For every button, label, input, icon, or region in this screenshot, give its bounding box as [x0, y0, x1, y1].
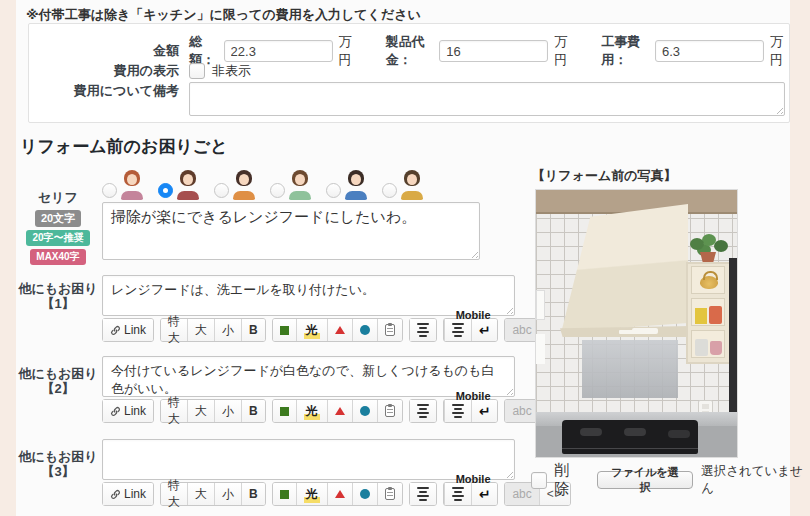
mobile-linebreak-button[interactable]: ↵ — [471, 319, 498, 341]
section-2-textarea[interactable]: 今付けているレンジフードが白色なので、新しくつけるものも白色がいい。 — [102, 356, 515, 397]
teal-circle-icon — [360, 325, 370, 335]
link-button[interactable]: Link — [103, 483, 153, 505]
memo-button[interactable] — [377, 483, 402, 505]
align-center-icon — [452, 487, 464, 501]
file-status-text: 選択されていません — [701, 463, 810, 497]
delete-photo-checkbox[interactable] — [531, 472, 547, 489]
section-1-textarea[interactable]: レンジフードは、洗エールを取り付けたい。 — [102, 275, 515, 316]
serif-textarea[interactable]: 掃除が楽にできるレンジフードにしたいわ。 — [102, 202, 480, 260]
red-text-button[interactable] — [327, 319, 352, 341]
avatar-radio-row — [102, 168, 425, 200]
delete-photo-label: 削除 — [554, 461, 583, 499]
brass-kettle — [700, 276, 718, 289]
abc-button[interactable]: abc — [505, 319, 538, 341]
red-text-button[interactable] — [327, 483, 352, 505]
wall-notes — [536, 290, 545, 320]
size-small-button[interactable]: 小 — [214, 400, 241, 422]
avatar-older-woman-bun — [231, 170, 257, 200]
choose-file-button[interactable]: ファイルを選択 — [597, 471, 693, 489]
abc-button[interactable]: abc — [505, 400, 538, 422]
link-button[interactable]: Link — [103, 319, 153, 341]
align-center-button[interactable] — [410, 483, 436, 505]
section-3-textarea[interactable] — [102, 439, 515, 480]
red-text-button[interactable] — [327, 400, 352, 422]
avatar-radio-woman-auburn-hair[interactable] — [102, 183, 117, 198]
highlight-button[interactable]: 光 — [296, 483, 327, 505]
editor-toolbar: Link 特大 大 小 B 光 Mobile ↵ abc <> — [102, 482, 512, 506]
mobile-group-label: Mobile — [456, 473, 491, 485]
link-button[interactable]: Link — [103, 400, 153, 422]
memo-button[interactable] — [377, 319, 402, 341]
green-text-button[interactable] — [273, 319, 296, 341]
hide-cost-checkbox[interactable] — [189, 63, 205, 79]
link-button-label: Link — [124, 404, 146, 418]
amount-label: 金額 — [29, 42, 179, 60]
size-xlarge-button[interactable]: 特大 — [161, 400, 187, 422]
red-triangle-icon — [335, 490, 345, 498]
align-center-button[interactable] — [410, 319, 436, 341]
size-large-button[interactable]: 大 — [187, 400, 214, 422]
highlight-button[interactable]: 光 — [296, 400, 327, 422]
mobile-align-button[interactable] — [444, 483, 471, 505]
link-button-label: Link — [124, 487, 146, 501]
serif-label: セリフ — [16, 189, 100, 207]
orange-canister — [709, 306, 722, 324]
highlight-button[interactable]: 光 — [296, 319, 327, 341]
size-small-button[interactable]: 小 — [214, 483, 241, 505]
link-icon — [110, 325, 121, 336]
gray-bag — [695, 339, 708, 356]
mobile-align-button[interactable] — [444, 400, 471, 422]
avatar-radio-man-blue-shirt[interactable] — [326, 183, 341, 198]
editor-toolbar: Link 特大 大 小 B 光 Mobile ↵ abc <> — [102, 399, 512, 423]
avatar-radio-pair — [270, 170, 313, 200]
photo-controls-row: 削除 ファイルを選択 選択されていません — [531, 461, 810, 499]
highlight-marker-icon: 光 — [304, 403, 320, 420]
highlight-marker-icon: 光 — [304, 322, 320, 339]
green-text-button[interactable] — [273, 483, 296, 505]
link-button-label: Link — [124, 323, 146, 337]
avatar-radio-older-woman-bun[interactable] — [214, 183, 229, 198]
avatar-radio-man-green-shirt[interactable] — [270, 183, 285, 198]
mobile-linebreak-button[interactable]: ↵ — [471, 400, 498, 422]
cost-display-label: 費用の表示 — [29, 62, 179, 80]
teal-text-button[interactable] — [352, 483, 377, 505]
green-text-button[interactable] — [273, 400, 296, 422]
cost-remarks-textarea[interactable] — [189, 82, 785, 116]
total-amount-input[interactable] — [224, 40, 333, 62]
avatar-man-blue-shirt — [343, 170, 369, 200]
bold-button[interactable]: B — [241, 319, 265, 341]
pink-cup — [710, 341, 722, 355]
cost-remarks-row: 費用について備考 — [29, 82, 789, 116]
size-large-button[interactable]: 大 — [187, 319, 214, 341]
size-xlarge-button[interactable]: 特大 — [161, 483, 187, 505]
mobile-align-button[interactable] — [444, 319, 471, 341]
cost-remarks-label: 費用について備考 — [29, 82, 179, 100]
clipboard-icon — [385, 488, 395, 500]
red-triangle-icon — [335, 407, 345, 415]
before-photo-title: 【リフォーム前の写真】 — [532, 167, 677, 185]
product-cost-input[interactable] — [439, 40, 548, 62]
memo-button[interactable] — [377, 400, 402, 422]
align-center-button[interactable] — [410, 400, 436, 422]
construction-cost-input[interactable] — [655, 40, 764, 62]
mobile-group-label: Mobile — [456, 390, 491, 402]
bold-button[interactable]: B — [241, 400, 265, 422]
editor-toolbar: Link 特大 大 小 B 光 Mobile ↵ abc <> — [102, 318, 512, 342]
size-xlarge-button[interactable]: 特大 — [161, 319, 187, 341]
red-triangle-icon — [335, 326, 345, 334]
mobile-linebreak-button[interactable]: ↵ — [471, 483, 498, 505]
return-arrow-icon: ↵ — [479, 487, 491, 501]
yellow-box — [695, 308, 707, 324]
section-2-number: 【2】 — [41, 381, 74, 396]
hide-cost-checkbox-label: 非表示 — [212, 62, 251, 80]
size-large-button[interactable]: 大 — [187, 483, 214, 505]
avatar-radio-man-yellow-shirt[interactable] — [382, 183, 397, 198]
bold-button[interactable]: B — [241, 483, 265, 505]
teal-text-button[interactable] — [352, 400, 377, 422]
section-2-toolbar-slot: Link 特大 大 小 B 光 Mobile ↵ abc <> — [102, 399, 512, 422]
return-arrow-icon: ↵ — [479, 404, 491, 418]
avatar-radio-woman-brown-bob[interactable] — [158, 183, 173, 198]
size-small-button[interactable]: 小 — [214, 319, 241, 341]
teal-text-button[interactable] — [352, 319, 377, 341]
green-square-icon — [280, 490, 289, 499]
